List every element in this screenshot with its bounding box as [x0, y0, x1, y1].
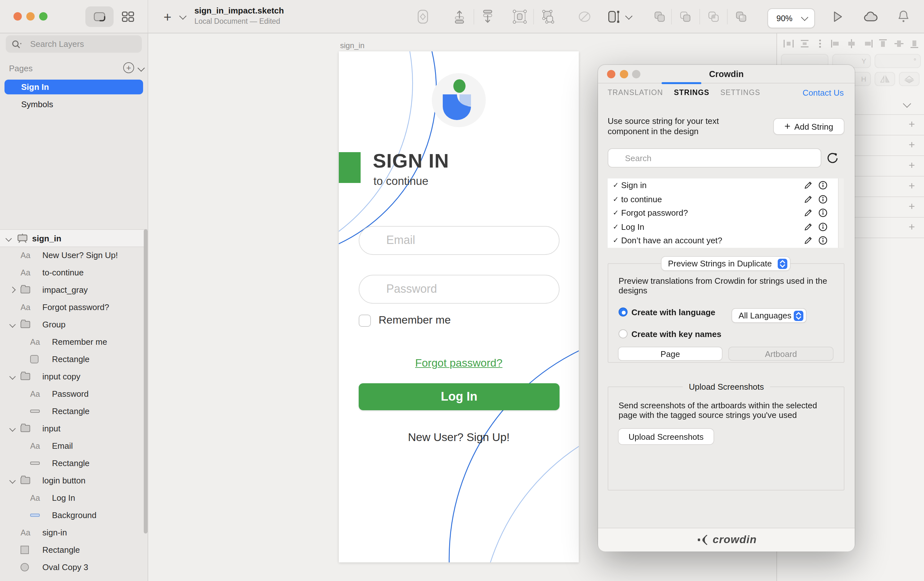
- artboard-collapse-chevron[interactable]: [7, 236, 16, 240]
- layer-row[interactable]: Forgot password?: [0, 298, 148, 316]
- layer-row[interactable]: to-continue: [0, 264, 148, 281]
- add-string-button[interactable]: + Add String: [773, 118, 845, 135]
- layer-row[interactable]: Rectangle: [0, 455, 148, 472]
- layer-row[interactable]: login button: [0, 472, 148, 489]
- layer-row[interactable]: sign-in: [0, 524, 148, 541]
- strings-list-scrollbar[interactable]: [838, 179, 844, 248]
- resize-button[interactable]: [606, 7, 622, 27]
- add-inner-shadow-button[interactable]: +: [907, 202, 917, 212]
- edit-pencil-icon[interactable]: [804, 236, 813, 245]
- string-row[interactable]: ✓ Sign in: [608, 179, 843, 192]
- page-item-symbols[interactable]: Symbols: [5, 97, 143, 112]
- string-search-input[interactable]: [608, 148, 821, 167]
- add-blur-button[interactable]: +: [907, 222, 917, 232]
- ungroup-button[interactable]: [538, 7, 556, 27]
- layer-row[interactable]: Rectangle: [0, 541, 148, 558]
- artboard-button[interactable]: Artboard: [728, 347, 833, 361]
- create-with-key-names-radio[interactable]: [619, 329, 627, 338]
- layer-chevron[interactable]: [10, 322, 21, 327]
- section-collapse-chevron[interactable]: [904, 101, 910, 107]
- crowdin-titlebar[interactable]: Crowdin: [598, 65, 855, 83]
- move-forward-button[interactable]: [450, 7, 469, 27]
- info-icon[interactable]: [818, 195, 828, 204]
- align-middle-icon[interactable]: [892, 38, 905, 50]
- forgot-password-link[interactable]: Forgot password?: [339, 357, 579, 370]
- rotation-field[interactable]: °: [874, 54, 921, 68]
- tab-translation[interactable]: TRANSLATION: [608, 89, 663, 96]
- boolean-difference-button[interactable]: [732, 7, 750, 27]
- align-left-icon[interactable]: [829, 38, 842, 50]
- add-fill-button[interactable]: +: [907, 140, 917, 150]
- boolean-union-button[interactable]: [651, 7, 668, 27]
- add-page-button[interactable]: +: [123, 62, 134, 73]
- layer-row[interactable]: New User? Sign Up!: [0, 247, 148, 264]
- edit-pencil-icon[interactable]: [804, 222, 813, 232]
- preview-play-button[interactable]: [829, 7, 846, 27]
- layer-row[interactable]: Rectangle: [0, 351, 148, 368]
- artboard-layer-row[interactable]: sign_in: [0, 229, 148, 247]
- layer-row[interactable]: Rectangle: [0, 402, 148, 420]
- flip-horizontal-button[interactable]: [874, 72, 895, 86]
- boolean-subtract-button[interactable]: [676, 7, 694, 27]
- layer-row[interactable]: impact_gray: [0, 281, 148, 298]
- string-row[interactable]: ✓ Log In: [608, 220, 843, 234]
- zoom-traffic-light[interactable]: [39, 12, 48, 20]
- grid-view-button[interactable]: [117, 7, 138, 27]
- layer-row[interactable]: Remember me: [0, 333, 148, 351]
- search-layers-input[interactable]: [6, 35, 142, 53]
- layer-chevron[interactable]: [10, 426, 21, 431]
- email-field[interactable]: [359, 226, 559, 255]
- string-row[interactable]: ✓ Forgot password?: [608, 206, 843, 220]
- layer-row[interactable]: Group: [0, 316, 148, 333]
- sidebar-scrollbar[interactable]: [144, 229, 148, 533]
- group-button[interactable]: [511, 7, 529, 27]
- password-field[interactable]: [359, 275, 559, 304]
- preview-strings-dropdown[interactable]: Preview Strings in Duplicate: [661, 256, 790, 271]
- page-button[interactable]: Page: [618, 347, 723, 361]
- refresh-icon[interactable]: [827, 152, 839, 164]
- insert-shape-button[interactable]: [414, 7, 432, 27]
- all-languages-dropdown[interactable]: All Languages: [731, 308, 807, 323]
- distribute-horizontally-icon[interactable]: [782, 38, 795, 50]
- insert-button[interactable]: +: [159, 7, 176, 27]
- artboard-canvas-label[interactable]: sign_in: [340, 41, 365, 50]
- info-icon[interactable]: [818, 222, 828, 232]
- artboard-sign-in[interactable]: SIGN IN to continue Remember me Forgot p…: [339, 51, 579, 563]
- layer-row[interactable]: input copy: [0, 368, 148, 385]
- layer-row[interactable]: Oval Copy 3: [0, 558, 148, 576]
- toggle-canvas-view-button[interactable]: [85, 7, 114, 27]
- layer-row[interactable]: Log In: [0, 489, 148, 507]
- add-border-button[interactable]: +: [907, 161, 917, 171]
- add-style-button[interactable]: +: [907, 119, 917, 130]
- layer-row[interactable]: Email: [0, 437, 148, 455]
- align-bottom-icon[interactable]: [908, 38, 921, 50]
- align-right-icon[interactable]: [861, 38, 874, 50]
- tab-settings[interactable]: SETTINGS: [720, 89, 761, 96]
- info-icon[interactable]: [818, 236, 828, 245]
- layer-chevron[interactable]: [10, 374, 21, 379]
- contact-us-link[interactable]: Contact Us: [802, 88, 844, 98]
- edit-pencil-icon[interactable]: [804, 195, 813, 204]
- info-icon[interactable]: [818, 209, 828, 218]
- sign-up-text[interactable]: New User? Sign Up!: [339, 431, 579, 444]
- layer-row[interactable]: Password: [0, 385, 148, 402]
- zoom-level-select[interactable]: 90%: [767, 8, 815, 28]
- cloud-sync-button[interactable]: [862, 7, 880, 27]
- boolean-intersect-button[interactable]: [705, 7, 723, 27]
- align-center-horizontal-icon[interactable]: [845, 38, 858, 50]
- flip-vertical-button[interactable]: [899, 72, 919, 86]
- tab-strings[interactable]: STRINGS: [674, 89, 710, 96]
- create-with-language-radio[interactable]: [619, 308, 627, 316]
- notifications-button[interactable]: [894, 7, 912, 27]
- upload-screenshots-button[interactable]: Upload Screenshots: [618, 428, 714, 445]
- insert-menu-chevron[interactable]: [177, 7, 189, 27]
- add-shadow-button[interactable]: +: [907, 181, 917, 191]
- move-backward-button[interactable]: [478, 7, 497, 27]
- string-row[interactable]: ✓ Don’t have an account yet?: [608, 234, 843, 247]
- layer-chevron[interactable]: [10, 288, 21, 292]
- minimize-traffic-light[interactable]: [26, 12, 35, 20]
- info-icon[interactable]: [818, 181, 828, 190]
- align-top-icon[interactable]: [876, 38, 889, 50]
- pages-collapse-chevron[interactable]: [138, 65, 145, 72]
- remember-me-checkbox[interactable]: [359, 314, 371, 326]
